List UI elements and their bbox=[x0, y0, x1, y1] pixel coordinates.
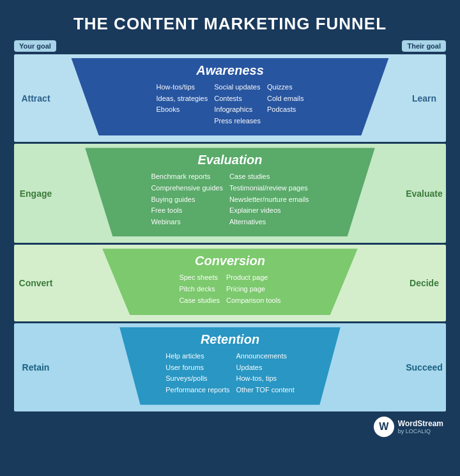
logo-icon: W bbox=[374, 417, 394, 437]
awareness-section: Attract Awareness How-tos/tips Ideas, st… bbox=[14, 54, 446, 142]
conversion-section: Convert Conversion Spec sheets Pitch dec… bbox=[14, 245, 446, 321]
wordstream-logo: W WordStream by LOCALIQ bbox=[374, 417, 443, 437]
retention-their-goal: Succeed bbox=[402, 323, 446, 411]
awareness-col-1: How-tos/tips Ideas, strategies Ebooks bbox=[157, 82, 208, 127]
retention-columns: Help articles User forums Surveys/polls … bbox=[99, 351, 361, 395]
conversion-row: Convert Conversion Spec sheets Pitch dec… bbox=[14, 245, 446, 321]
evaluation-their-goal: Evaluate bbox=[402, 144, 446, 243]
retention-center: Retention Help articles User forums Surv… bbox=[57, 323, 402, 411]
footer: W WordStream by LOCALIQ bbox=[14, 417, 446, 437]
evaluation-center: Evaluation Benchmark reports Comprehensi… bbox=[57, 144, 402, 243]
conversion-shape: Conversion Spec sheets Pitch decks Case … bbox=[57, 249, 402, 315]
retention-section: Retain Retention Help articles User foru… bbox=[14, 323, 446, 411]
conversion-center: Conversion Spec sheets Pitch decks Case … bbox=[57, 245, 402, 321]
awareness-your-goal: Attract bbox=[14, 54, 57, 142]
awareness-row: Attract Awareness How-tos/tips Ideas, st… bbox=[14, 54, 446, 142]
awareness-columns: How-tos/tips Ideas, strategies Ebooks So… bbox=[83, 82, 377, 127]
evaluation-title: Evaluation bbox=[197, 153, 262, 167]
evaluation-your-goal: Engage bbox=[14, 144, 57, 243]
awareness-center: Awareness How-tos/tips Ideas, strategies… bbox=[57, 54, 402, 142]
retention-shape: Retention Help articles User forums Surv… bbox=[57, 327, 402, 404]
retention-row: Retain Retention Help articles User foru… bbox=[14, 323, 446, 411]
awareness-col-3: Quizzes Cold emails Podcasts bbox=[267, 82, 303, 127]
retention-col-2: Announcements Updates How-tos, tips Othe… bbox=[236, 351, 294, 395]
conversion-your-goal: Convert bbox=[14, 245, 57, 321]
funnel-wrapper: Your goal Their goal Attract Awareness H… bbox=[14, 40, 446, 411]
awareness-shape: Awareness How-tos/tips Ideas, strategies… bbox=[57, 58, 402, 135]
their-goal-label: Their goal bbox=[402, 40, 446, 52]
conversion-title: Conversion bbox=[195, 254, 265, 268]
brand-name: WordStream bbox=[398, 419, 443, 428]
awareness-title: Awareness bbox=[196, 63, 264, 78]
goal-labels-row: Your goal Their goal bbox=[14, 40, 446, 52]
awareness-their-goal: Learn bbox=[402, 54, 446, 142]
conversion-their-goal: Decide bbox=[402, 245, 446, 321]
conversion-col-2: Product page Pricing page Comparison too… bbox=[226, 272, 281, 306]
main-title: THE CONTENT MARKETING FUNNEL bbox=[14, 14, 446, 34]
infographic-container: THE CONTENT MARKETING FUNNEL Your goal T… bbox=[6, 6, 454, 470]
evaluation-row: Engage Evaluation Benchmark reports Comp… bbox=[14, 144, 446, 243]
your-goal-label: Your goal bbox=[14, 40, 56, 52]
conversion-columns: Spec sheets Pitch decks Case studies Pro… bbox=[93, 272, 367, 306]
evaluation-section: Engage Evaluation Benchmark reports Comp… bbox=[14, 144, 446, 243]
retention-your-goal: Retain bbox=[14, 323, 57, 411]
brand-sub: by LOCALIQ bbox=[398, 428, 443, 434]
evaluation-col-1: Benchmark reports Comprehensive guides B… bbox=[151, 171, 223, 227]
retention-col-1: Help articles User forums Surveys/polls … bbox=[165, 351, 229, 395]
awareness-col-2: Social updates Contests Infographics Pre… bbox=[214, 82, 261, 127]
evaluation-columns: Benchmark reports Comprehensive guides B… bbox=[86, 171, 374, 227]
logo-text-block: WordStream by LOCALIQ bbox=[398, 419, 443, 434]
conversion-col-1: Spec sheets Pitch decks Case studies bbox=[179, 272, 220, 306]
retention-title: Retention bbox=[201, 332, 259, 347]
evaluation-shape: Evaluation Benchmark reports Comprehensi… bbox=[57, 148, 402, 236]
evaluation-col-2: Case studies Testimonial/review pages Ne… bbox=[229, 171, 309, 227]
